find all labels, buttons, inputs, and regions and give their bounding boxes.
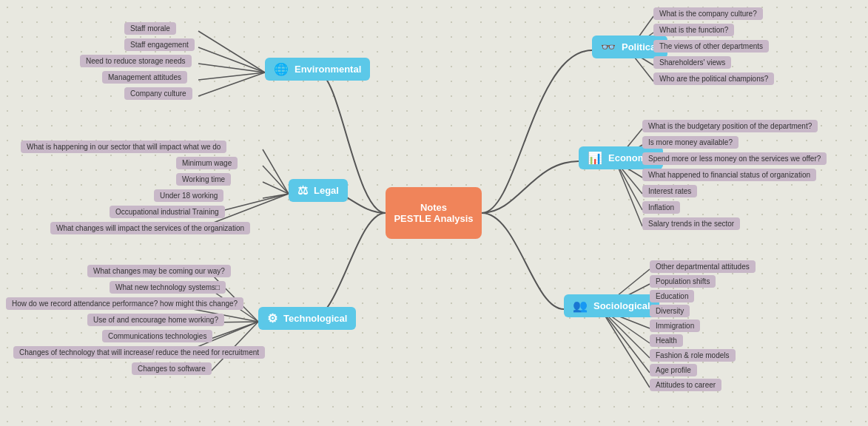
environmental-category[interactable]: 🌐 Environmental bbox=[265, 58, 370, 81]
sociological-leaf-5: Immigration bbox=[650, 320, 700, 332]
economic-leaf-7: Salary trends in the sector bbox=[642, 217, 740, 230]
tech-leaf-6: Changes of technology that will increase… bbox=[13, 346, 265, 359]
technological-icon: ⚙ bbox=[267, 311, 277, 325]
sociological-leaf-3: Education bbox=[650, 290, 694, 302]
svg-line-5 bbox=[263, 149, 289, 194]
sociological-leaf-1: Other departmental attitudes bbox=[650, 260, 756, 273]
sociological-icon: 👥 bbox=[573, 299, 588, 313]
tech-leaf-1: What changes may be coming our way? bbox=[87, 265, 231, 277]
env-leaf-1: Staff morale bbox=[124, 22, 176, 35]
svg-line-1 bbox=[198, 47, 265, 72]
sociological-leaf-7: Fashion & role models bbox=[650, 349, 736, 362]
legal-leaf-5: Occupational industrial Training bbox=[110, 206, 225, 218]
center-label: NotesPESTLE Analysis bbox=[394, 202, 473, 224]
economic-leaf-6: Inflation bbox=[642, 201, 680, 214]
legal-leaf-2: Minimum wage bbox=[176, 157, 238, 169]
economic-leaf-2: Is more money available? bbox=[642, 136, 739, 149]
legal-label: Legal bbox=[314, 185, 339, 196]
svg-line-4 bbox=[198, 72, 265, 96]
sociological-leaf-9: Attitudes to career bbox=[650, 379, 721, 391]
legal-category[interactable]: ⚖ Legal bbox=[289, 179, 348, 202]
svg-line-0 bbox=[198, 31, 265, 72]
svg-line-6 bbox=[263, 166, 289, 194]
sociological-leaf-6: Health bbox=[650, 334, 683, 347]
economic-leaf-3: Spend more or less money on the services… bbox=[642, 152, 827, 165]
environmental-icon: 🌐 bbox=[274, 62, 289, 76]
env-leaf-2: Staff engagement bbox=[124, 38, 195, 51]
svg-line-7 bbox=[263, 182, 289, 194]
tech-leaf-2: What new technology systems□ bbox=[110, 281, 226, 294]
political-leaf-1: What is the company culture? bbox=[653, 7, 763, 20]
env-leaf-3: Need to reduce storage needs bbox=[80, 55, 192, 67]
legal-leaf-6: What changes will impact the services of… bbox=[50, 222, 250, 234]
economic-leaf-5: Interest rates bbox=[642, 185, 697, 197]
environmental-label: Environmental bbox=[295, 64, 361, 75]
sociological-leaf-4: Diversity bbox=[650, 305, 690, 317]
technological-label: Technological bbox=[283, 313, 347, 324]
political-leaf-5: Who are the political champions? bbox=[653, 72, 774, 85]
env-leaf-5: Company culture bbox=[124, 87, 192, 100]
economic-leaf-4: What happened to financial status of org… bbox=[642, 169, 816, 181]
political-icon: 👓 bbox=[601, 40, 616, 54]
legal-icon: ⚖ bbox=[297, 183, 308, 197]
center-node: NotesPESTLE Analysis bbox=[386, 187, 482, 239]
tech-leaf-3: How do we record attendance performance?… bbox=[6, 297, 243, 310]
tech-leaf-7: Changes to software bbox=[132, 362, 212, 375]
svg-line-38 bbox=[601, 309, 650, 388]
tech-leaf-4: Use of and encourage home working? bbox=[87, 314, 224, 326]
tech-leaf-5: Communications technologies bbox=[102, 330, 212, 342]
economic-leaf-1: What is the budgetary position of the de… bbox=[642, 120, 818, 132]
svg-line-3 bbox=[198, 72, 265, 80]
svg-line-8 bbox=[263, 194, 289, 198]
svg-line-37 bbox=[601, 309, 650, 373]
political-leaf-4: Shareholders' views bbox=[653, 56, 731, 69]
sociological-label: Sociological bbox=[593, 300, 650, 311]
economic-icon: 📊 bbox=[588, 151, 602, 165]
legal-leaf-1: What is happening in our sector that wil… bbox=[21, 141, 226, 153]
svg-line-2 bbox=[198, 64, 265, 72]
legal-leaf-3: Working time bbox=[176, 173, 231, 186]
political-leaf-2: What is the function? bbox=[653, 24, 734, 36]
env-leaf-4: Management attitudes bbox=[102, 71, 187, 84]
svg-line-29 bbox=[616, 161, 642, 226]
legal-leaf-4: Under 18 working bbox=[154, 189, 223, 202]
technological-category[interactable]: ⚙ Technological bbox=[258, 307, 356, 330]
sociological-leaf-2: Population shifts bbox=[650, 275, 716, 288]
sociological-category[interactable]: 👥 Sociological bbox=[564, 294, 659, 317]
political-leaf-3: The views of other departments bbox=[653, 40, 769, 53]
sociological-leaf-8: Age profile bbox=[650, 364, 697, 376]
